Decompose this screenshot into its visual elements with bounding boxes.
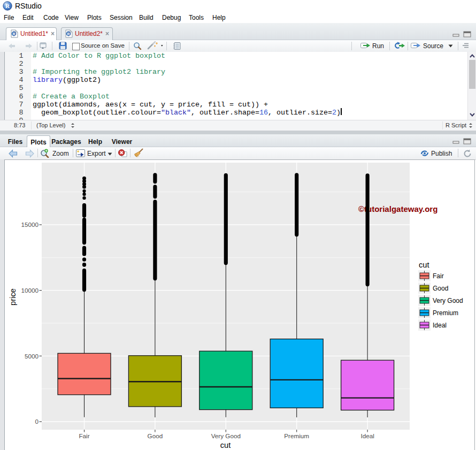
svg-text:Fair: Fair	[79, 432, 89, 439]
svg-text:Very Good: Very Good	[433, 297, 463, 304]
svg-text:R: R	[12, 32, 15, 36]
svg-text:Premium: Premium	[433, 309, 458, 317]
svg-text:0: 0	[35, 418, 39, 425]
svg-text:Good: Good	[433, 285, 448, 292]
svg-text:Premium: Premium	[284, 432, 309, 439]
svg-text:Ideal: Ideal	[433, 322, 447, 329]
svg-text:price: price	[9, 288, 17, 306]
svg-text:©tutorialgateway.org: ©tutorialgateway.org	[358, 204, 437, 213]
svg-text:Fair: Fair	[433, 272, 444, 280]
svg-text:5000: 5000	[25, 353, 39, 360]
svg-text:R: R	[67, 32, 70, 36]
svg-text:10000: 10000	[21, 287, 39, 294]
svg-text:Very Good: Very Good	[211, 432, 241, 439]
svg-text:cut: cut	[419, 261, 429, 269]
svg-text:R: R	[5, 3, 10, 9]
svg-text:15000: 15000	[21, 221, 39, 228]
svg-text:cut: cut	[220, 441, 231, 449]
svg-text:Ideal: Ideal	[360, 432, 374, 439]
svg-text:Good: Good	[148, 432, 163, 439]
